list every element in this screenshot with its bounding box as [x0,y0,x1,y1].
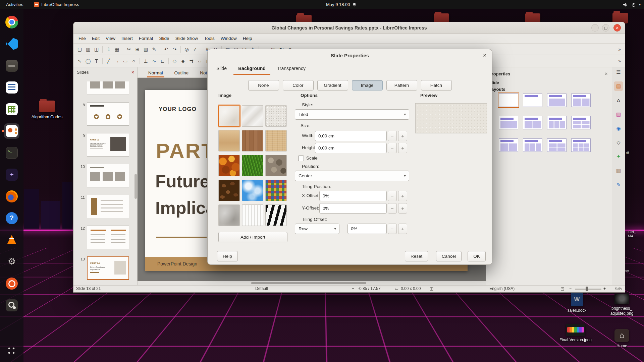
layout-option[interactable] [547,116,567,129]
height-input[interactable]: 0.00 cm [315,143,387,153]
width-decrement-button[interactable] [388,131,397,141]
dock-item[interactable] [4,189,19,204]
x-offset-increment-button[interactable] [398,191,407,201]
toolbar-overflow-icon[interactable]: » [618,58,623,64]
toolbar-icon[interactable]: ↖ [75,57,84,65]
toolbar-icon[interactable]: ✓ [191,45,199,53]
dock-item[interactable] [4,232,19,248]
y-offset-increment-button[interactable] [398,203,407,214]
add-import-button[interactable]: Add / Import [218,232,287,242]
texture-swatch[interactable] [218,105,240,127]
desktop-file-icon[interactable] [614,329,629,342]
layout-option[interactable] [571,94,591,107]
ok-button[interactable]: OK [468,251,486,261]
height-increment-button[interactable] [398,143,407,153]
zoom-in-button[interactable]: + [603,286,606,292]
desktop-file[interactable]: sales.docx [558,292,596,313]
tiling-offset-increment-button[interactable] [398,224,407,234]
sidebar-tab-icon[interactable]: ▥ [614,166,623,175]
toolbar-icon[interactable]: ⇩ [104,45,113,53]
dialog-tab[interactable]: Background [233,63,270,75]
slide-thumbnail[interactable] [87,81,129,95]
activities-button[interactable]: Activities [0,2,29,7]
toolbar-icon[interactable]: ∟ [158,57,167,65]
dock-item[interactable] [4,254,19,269]
status-language[interactable]: English (USA) [489,286,515,292]
menu-item[interactable]: File [75,34,89,43]
dialog-close-icon[interactable] [483,53,487,58]
dock-item[interactable] [4,80,19,95]
texture-swatch[interactable] [218,204,240,226]
sidebar-tab-icon[interactable]: ◉ [614,124,623,133]
texture-swatch[interactable] [218,180,240,201]
toolbar-icon[interactable]: ⊥ [142,57,150,65]
desktop-file[interactable]: Final-Version.jpeg [557,324,594,343]
focused-app-name[interactable]: LibreOffice Impress [41,2,79,7]
dock-item[interactable] [4,123,19,139]
view-tab[interactable]: Outline [173,70,190,77]
toolbar-icon[interactable]: ▢ [75,45,84,53]
width-increment-button[interactable] [398,131,407,141]
texture-swatch[interactable] [265,130,287,152]
height-decrement-button[interactable] [388,143,397,153]
slide-thumbnail-row[interactable]: 10 [87,164,129,187]
sidebar-tab-icon[interactable]: ▧ [614,110,623,119]
sidebar-tab-icon[interactable]: A [614,96,623,105]
texture-swatch[interactable] [218,130,240,152]
toolbar-icon[interactable]: → [113,57,121,65]
sidebar-tab-icon[interactable]: ☰ [614,67,623,77]
menu-item[interactable]: Format [136,34,156,43]
style-dropdown[interactable]: Tiled [295,109,409,120]
toolbar-icon[interactable]: ▧ [142,45,150,53]
close-icon[interactable] [131,67,135,77]
slide-thumbnail-row[interactable]: 9 PART 03 Factors Influencing Savings Ra… [87,133,129,157]
menu-item[interactable]: Slide Show [172,34,201,43]
layout-option[interactable] [547,94,567,107]
sidebar-tab-icon[interactable]: ◇ [614,138,623,147]
layout-option[interactable] [499,116,518,129]
desktop-file-icon[interactable] [566,324,585,336]
layout-option[interactable] [571,116,591,129]
desktop-file[interactable]: brightness_ adjusted.png [603,294,641,316]
texture-swatch[interactable] [242,130,263,152]
slide-thumbnail[interactable] [87,102,129,126]
menu-item[interactable]: View [103,34,118,43]
toolbar-icon[interactable]: ◎ [182,45,191,53]
view-tab[interactable]: Normal [147,70,164,77]
zoom-slider-thumb[interactable] [586,287,588,291]
texture-swatch[interactable] [265,204,287,226]
toolbar-icon[interactable]: ◯ [84,57,92,65]
slide-thumbnail[interactable] [87,195,129,218]
minimize-button[interactable]: − [591,24,599,32]
menu-item[interactable]: Window [218,34,240,43]
toolbar-icon[interactable]: ↷ [170,45,179,53]
close-button[interactable]: ✕ [613,24,621,32]
width-input[interactable]: 0.00 cm [315,131,387,141]
sidebar-tab-icon[interactable]: ✦ [614,152,623,161]
background-type-button[interactable]: Image [352,80,383,90]
document-modified-icon[interactable]: ◫ [430,286,433,292]
menu-item[interactable]: Edit [89,34,103,43]
desktop-file[interactable]: Home [603,329,641,349]
system-status-area[interactable]: ▾ [623,2,641,7]
toolbar-icon[interactable]: ⊞ [133,45,142,53]
background-type-button[interactable]: Hatch [421,80,452,90]
tiling-offset-decrement-button[interactable] [388,224,397,234]
background-type-button[interactable]: Color [283,80,314,90]
x-offset-input[interactable]: 0% [319,191,387,201]
background-type-button[interactable]: Gradient [317,80,348,90]
menu-item[interactable]: Help [240,34,255,43]
toolbar-icon[interactable]: ✎ [150,45,158,53]
close-icon[interactable] [604,71,608,76]
scrollbar-thumb[interactable] [251,282,366,284]
slide-thumbnail[interactable]: PART 03 Factors Influencing Savings Rate… [87,133,129,157]
toolbar-icon[interactable]: ↶ [162,45,170,53]
texture-swatch[interactable] [242,180,263,201]
dock-item[interactable] [4,167,19,182]
reset-button[interactable]: Reset [405,251,428,261]
dock-item[interactable] [4,58,19,73]
toolbar-icon[interactable]: ⇉ [187,57,196,65]
y-offset-input[interactable]: 0% [319,203,387,214]
status-zoom-level[interactable]: 75% [614,286,622,292]
toolbar-icon[interactable]: ╱ [104,57,113,65]
